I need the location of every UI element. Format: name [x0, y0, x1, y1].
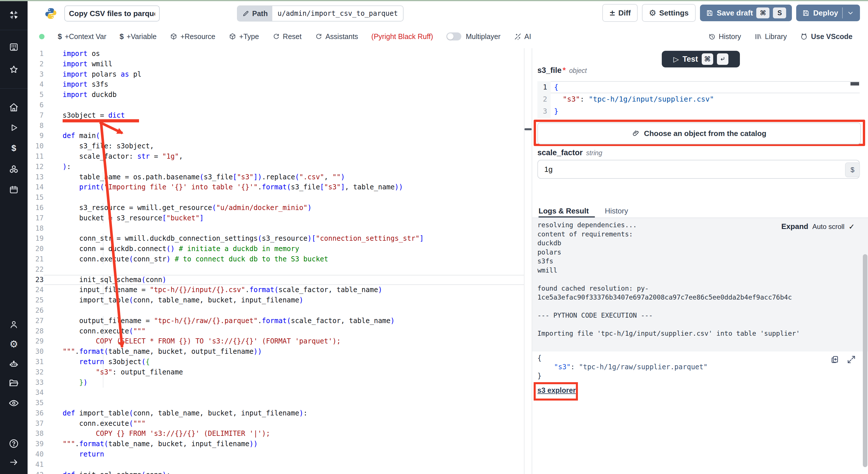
run-panel: ▷ Test ⌘ s3_file* object 123 { "s3": "tp… [532, 48, 868, 474]
gear-icon: ⚙ [649, 8, 656, 18]
json-input-lines[interactable]: { "s3": "tpc-h/1g/input/supplier.csv"} [554, 81, 860, 117]
add-type-button[interactable]: +Type [229, 32, 259, 41]
history-clock-icon [708, 33, 716, 40]
multiplayer-label: Multiplayer [466, 32, 501, 41]
assistants-button[interactable]: Assistants [315, 32, 358, 41]
line-number-gutter: 1234567891011121314151617181920212223242… [28, 49, 46, 474]
sidebar-item-variables[interactable]: $ [8, 142, 20, 154]
result-tabs: Logs & Result History [538, 205, 628, 217]
sidebar-item-expand[interactable] [8, 456, 20, 468]
code-lines[interactable]: import osimport wmillimport polars as pl… [63, 49, 524, 474]
ai-button[interactable]: AI [514, 32, 531, 41]
test-button[interactable]: ▷ Test ⌘ [662, 51, 740, 67]
add-context-var-button[interactable]: $+Context Var [58, 32, 106, 41]
settings-button[interactable]: ⚙ Settings [642, 4, 696, 22]
s3-file-json-editor[interactable]: 123 { "s3": "tpc-h/1g/input/supplier.csv… [537, 81, 860, 118]
multiplayer-toggle-group: Multiplayer [446, 32, 501, 41]
autoscroll-toggle[interactable]: Auto scroll [812, 223, 844, 231]
refresh-icon [272, 33, 280, 40]
copy-to-clipboard-icon[interactable] [830, 355, 839, 364]
windmill-logo-icon[interactable] [8, 9, 20, 21]
multiplayer-toggle[interactable] [446, 32, 461, 40]
panel-scrollbar-thumb[interactable] [863, 254, 867, 467]
sidebar-item-audit-logs[interactable] [8, 397, 20, 409]
return-icon [719, 56, 726, 62]
sidebar-item-help[interactable] [8, 438, 20, 449]
sidebar-item-settings[interactable]: ⚙ [8, 338, 20, 350]
diff-button[interactable]: ± Diff [602, 4, 638, 22]
button-divider [842, 7, 843, 19]
tab-logs-result[interactable]: Logs & Result [538, 207, 589, 215]
top-bar: Path u/admin/import_csv_to_parquet ± Dif… [28, 1, 868, 25]
save-icon [802, 9, 810, 17]
editor-toolbar: $+Context Var $+Variable +Resource +Type… [28, 25, 868, 49]
python-language-icon [44, 7, 57, 21]
sidebar-item-schedules[interactable] [8, 184, 20, 195]
refresh-icon [315, 33, 322, 40]
path-value: u/admin/import_csv_to_parquet [272, 6, 403, 21]
arg-scale-factor-label: scale_factor string [537, 148, 602, 157]
library-icon [754, 33, 762, 40]
save-draft-button[interactable]: Save draft ⌘ S [700, 5, 792, 21]
result-json: { "s3": "tpc-h/1g/raw/supplier.parquet"} [537, 354, 707, 380]
s-keycap: S [773, 7, 786, 19]
log-controls: Expand Auto scroll ✓ [781, 222, 855, 231]
panel-divider [524, 48, 532, 474]
sidebar-item-favorites[interactable] [8, 64, 20, 75]
panel-resize-handle[interactable] [525, 128, 532, 130]
tab-history[interactable]: History [605, 207, 628, 215]
status-dot [39, 34, 44, 39]
sidebar-item-folders[interactable] [8, 377, 20, 389]
pen-icon [242, 10, 250, 17]
window-top-strip [0, 0, 868, 1]
scale-factor-input[interactable] [537, 160, 860, 179]
package-icon [170, 33, 178, 40]
sidebar-item-runs[interactable] [8, 122, 20, 133]
package-icon [229, 33, 237, 40]
path-label: Path [238, 6, 272, 21]
sidebar-item-resources[interactable] [8, 164, 20, 175]
cmd-keycap: ⌘ [702, 54, 713, 65]
code-editor[interactable]: 1234567891011121314151617181920212223242… [28, 48, 524, 474]
log-output: resolving dependencies...content of requ… [537, 221, 800, 338]
cmd-keycap: ⌘ [756, 7, 770, 19]
deploy-button[interactable]: Deploy [796, 5, 860, 21]
script-title-input[interactable] [64, 5, 160, 22]
paperclip-icon [632, 129, 640, 137]
diff-icon: ± [609, 9, 616, 17]
expand-button[interactable]: Expand [781, 222, 808, 231]
library-button[interactable]: Library [754, 32, 787, 41]
check-icon: ✓ [848, 223, 855, 231]
play-icon: ▷ [673, 55, 679, 63]
logs-section: resolving dependencies...content of requ… [532, 218, 868, 351]
json-line-numbers: 123 [537, 81, 551, 118]
sidebar-item-users[interactable] [8, 319, 20, 330]
wand-icon [514, 33, 522, 40]
history-button[interactable]: History [708, 32, 741, 41]
github-icon [800, 32, 808, 40]
add-resource-button[interactable]: +Resource [170, 32, 215, 41]
sidebar-item-workspace[interactable] [8, 41, 20, 53]
windmill-script-editor: $ ⚙ [0, 0, 868, 474]
s3-explorer-link[interactable]: s3 explorer [537, 386, 576, 395]
sidebar: $ ⚙ [0, 0, 28, 474]
arg-s3-file-label: s3_file* object [537, 66, 587, 75]
chevron-down-icon[interactable] [847, 9, 854, 16]
add-variable-button[interactable]: $+Variable [120, 32, 157, 41]
save-icon [706, 9, 713, 17]
insert-variable-badge[interactable]: $ [845, 162, 860, 177]
path-chip[interactable]: Path u/admin/import_csv_to_parquet [237, 5, 404, 22]
choose-object-button[interactable]: Choose an object from the catalog [537, 123, 861, 144]
assistants-detail[interactable]: (Pyright Black Ruff) [371, 32, 433, 41]
json-editor-scrollbar[interactable] [850, 82, 859, 86]
expand-result-icon[interactable] [847, 355, 856, 364]
enter-keycap [717, 54, 728, 65]
use-vscode-button[interactable]: Use VScode [800, 32, 852, 41]
sidebar-item-workers[interactable] [8, 358, 20, 370]
sidebar-item-home[interactable] [8, 102, 20, 113]
reset-button[interactable]: Reset [272, 32, 302, 41]
result-section: { "s3": "tpc-h/1g/raw/supplier.parquet"} [532, 351, 868, 474]
